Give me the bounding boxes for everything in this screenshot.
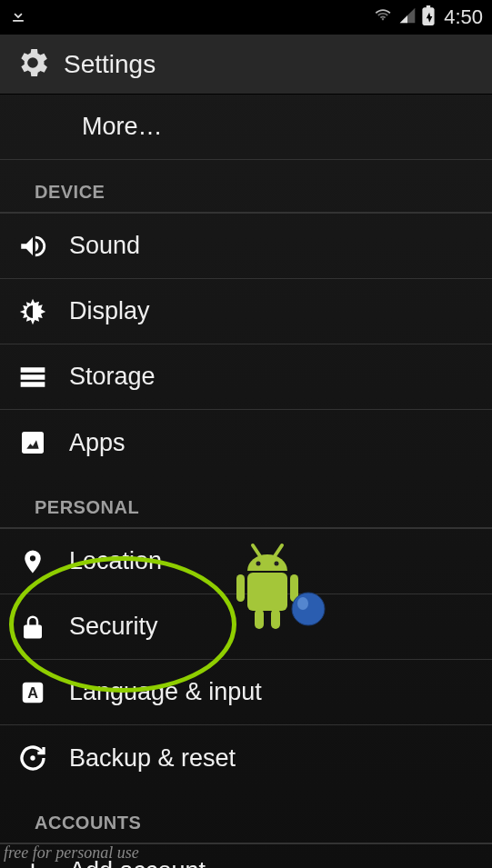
battery-charging-icon	[422, 5, 435, 29]
menu-item-backup[interactable]: Backup & reset	[0, 725, 492, 791]
signal-icon	[398, 6, 417, 28]
menu-label: Display	[69, 297, 150, 325]
download-icon	[9, 6, 27, 28]
watermark-text: free for personal use	[4, 843, 139, 863]
menu-item-display[interactable]: Display	[0, 279, 492, 344]
status-time: 4:50	[444, 5, 483, 29]
menu-item-more[interactable]: More…	[0, 95, 492, 160]
menu-label: Apps	[69, 429, 126, 457]
menu-label: Location	[69, 547, 162, 575]
apps-icon	[16, 426, 49, 459]
lock-icon	[16, 611, 49, 644]
backup-icon	[16, 742, 49, 774]
menu-label: Language & input	[69, 678, 262, 706]
menu-label: Backup & reset	[69, 744, 236, 773]
menu-label: Storage	[69, 363, 156, 391]
section-header-device: DEVICE	[0, 160, 492, 214]
storage-icon	[16, 361, 49, 394]
menu-item-apps[interactable]: Apps	[0, 410, 492, 475]
menu-item-storage[interactable]: Storage	[0, 344, 492, 410]
menu-item-security[interactable]: Security	[0, 594, 492, 660]
menu-label: Security	[69, 613, 158, 641]
app-title: Settings	[64, 50, 156, 79]
app-header: Settings	[0, 35, 492, 95]
section-header-personal: PERSONAL	[0, 475, 492, 529]
svg-text:A: A	[27, 684, 38, 701]
menu-item-sound[interactable]: Sound	[0, 214, 492, 279]
svg-rect-0	[22, 432, 44, 454]
location-icon	[16, 545, 49, 578]
menu-label: More…	[82, 113, 163, 141]
display-icon	[16, 295, 49, 328]
menu-item-language[interactable]: A Language & input	[0, 660, 492, 725]
sound-icon	[16, 230, 49, 263]
svg-point-3	[30, 755, 35, 760]
settings-list: More… DEVICE Sound Display Storage Apps …	[0, 95, 492, 868]
language-icon: A	[16, 676, 49, 709]
wifi-icon	[373, 5, 393, 29]
menu-item-location[interactable]: Location	[0, 529, 492, 594]
section-header-accounts: ACCOUNTS	[0, 791, 492, 844]
settings-icon	[15, 45, 51, 85]
menu-label: Sound	[69, 232, 140, 260]
status-bar: 4:50	[0, 0, 492, 35]
